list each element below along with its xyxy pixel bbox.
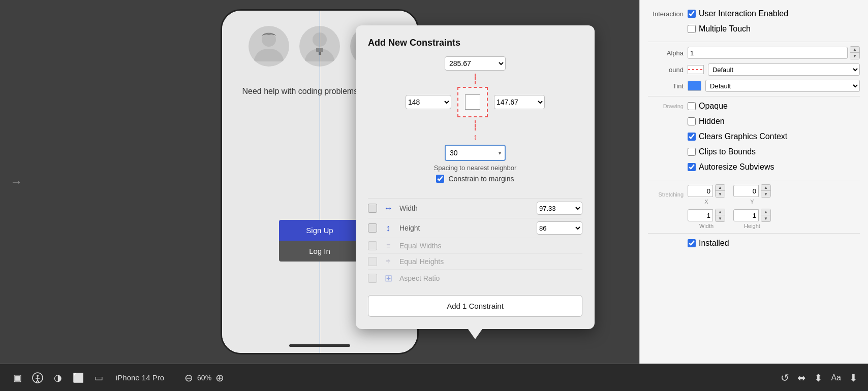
autoresize-checkbox[interactable] [688, 163, 696, 171]
constraints-popup: Add New Constraints 285.67 148 [356, 25, 595, 329]
user-interaction-checkbox[interactable] [688, 10, 696, 18]
constrain-margins-checkbox[interactable] [436, 175, 444, 183]
aspect-ratio-label: Aspect Ratio [399, 274, 582, 282]
align-h-icon[interactable]: ⬌ [797, 372, 806, 384]
multiple-touch-label: Multiple Touch [699, 24, 751, 34]
panel-toggle-icon[interactable]: ▣ [10, 371, 24, 385]
tint-swatch [688, 81, 701, 91]
alpha-input[interactable] [688, 47, 848, 59]
right-panel: Interaction User Interaction Enabled Mul… [639, 0, 868, 364]
opaque-label: Opaque [699, 102, 728, 111]
background-select[interactable]: Default [708, 63, 860, 76]
bottom-spacing-dropdown[interactable]: ▾ [493, 145, 506, 161]
hidden-row: Hidden [648, 114, 860, 129]
top-spacing-select[interactable]: 285.67 [445, 56, 506, 71]
alpha-decrement[interactable]: ▼ [850, 53, 859, 59]
down-arrow-icon: ↕ [473, 133, 477, 142]
stretch-wh-row: ▲ ▼ Width ▲ ▼ Height [648, 207, 860, 231]
width-value-select[interactable]: 97.33 [537, 202, 582, 215]
accessibility-icon[interactable] [30, 371, 45, 385]
contrast-icon[interactable]: ◑ [51, 371, 65, 385]
alpha-row: Alpha ▲ ▼ [648, 44, 860, 61]
clears-graphics-checkbox[interactable] [688, 133, 696, 141]
stretch-x-dec[interactable]: ▼ [716, 191, 725, 197]
stretch-w-dec[interactable]: ▼ [716, 215, 725, 221]
stretch-y-dec[interactable]: ▼ [761, 191, 770, 197]
stretch-x-inc[interactable]: ▲ [716, 185, 725, 191]
stretch-h-label: Height [733, 223, 771, 229]
hidden-checkbox[interactable] [688, 117, 696, 125]
refresh-icon[interactable]: ↺ [781, 372, 789, 384]
background-label-short: ound [648, 66, 684, 74]
divider-2 [648, 96, 860, 96]
user-interaction-label: User Interaction Enabled [699, 9, 788, 18]
popup-title: Add New Constraints [368, 38, 582, 48]
center-inner [465, 94, 480, 110]
aspect-ratio-row: ⊞ Aspect Ratio [368, 269, 582, 287]
stretch-h-input[interactable] [733, 209, 759, 221]
svg-point-6 [37, 375, 39, 377]
equal-heights-row: ⫩ Equal Heights [368, 253, 582, 269]
installed-checkbox[interactable] [688, 239, 696, 247]
right-spacing-select[interactable]: 147.67 [494, 95, 545, 109]
background-swatch [688, 65, 704, 74]
height-value-select[interactable]: 86 [537, 221, 582, 235]
align-v-icon[interactable]: ⬍ [814, 372, 823, 384]
zoom-in-button[interactable]: ⊕ [215, 372, 224, 384]
hidden-label: Hidden [699, 117, 725, 126]
aspect-ratio-checkbox[interactable] [368, 274, 377, 283]
stretch-y-input[interactable] [733, 185, 759, 197]
height-icon: ↕ [382, 223, 394, 234]
alpha-label: Alpha [648, 49, 684, 57]
layout-icon[interactable]: ⬜ [71, 371, 85, 385]
bottom-right-icons: ↺ ⬌ ⬍ Aa ⬇ [781, 372, 858, 384]
background-row: ound Default [648, 61, 860, 78]
login-button[interactable]: Log In [279, 241, 360, 262]
download-icon[interactable]: ⬇ [849, 372, 858, 384]
drawing-label: Drawing [648, 103, 684, 109]
canvas-area: → [0, 0, 639, 364]
stretch-y-inc[interactable]: ▲ [761, 185, 770, 191]
drawing-section: Drawing Opaque Hidden Clears Graphics Co… [648, 99, 860, 175]
width-row: ↔ Width 97.33 [368, 198, 582, 218]
autoresize-row: Autoresize Subviews [648, 159, 860, 175]
user-interaction-row: Interaction User Interaction Enabled [648, 6, 860, 21]
opaque-checkbox[interactable] [688, 102, 696, 110]
clips-bounds-checkbox[interactable] [688, 148, 696, 156]
stretch-h-dec[interactable]: ▼ [761, 215, 770, 221]
signup-button[interactable]: Sign Up [279, 220, 360, 241]
zoom-control: ⊖ 60% ⊕ [184, 372, 224, 384]
tint-select[interactable]: Default [705, 80, 860, 92]
stretch-w-label: Width [688, 223, 725, 229]
installed-label: Installed [699, 239, 729, 248]
installed-row: Installed [648, 236, 860, 251]
height-checkbox[interactable] [368, 223, 377, 233]
stretch-w-input[interactable] [688, 209, 713, 221]
multiple-touch-checkbox[interactable] [688, 25, 696, 33]
stretch-x-input[interactable] [688, 185, 713, 197]
equal-heights-label: Equal Heights [399, 257, 582, 266]
constrain-margins-row: Constrain to margins [436, 175, 514, 183]
equal-heights-checkbox[interactable] [368, 257, 377, 266]
equal-widths-row: ≡ Equal Widths [368, 238, 582, 253]
clips-bounds-row: Clips to Bounds [648, 144, 860, 159]
add-constraint-button[interactable]: Add 1 Constraint [368, 295, 582, 317]
zoom-level: 60% [197, 374, 211, 382]
text-size-icon[interactable]: Aa [831, 373, 841, 382]
left-spacing-select[interactable]: 148 [406, 95, 451, 109]
clears-graphics-row: Clears Graphics Context [648, 129, 860, 144]
divider-3 [648, 180, 860, 180]
top-dashed-line [475, 74, 476, 84]
bottom-spacing: 30 ▾ [445, 145, 506, 161]
stretch-w-inc[interactable]: ▲ [716, 209, 725, 215]
stretch-h-inc[interactable]: ▲ [761, 209, 770, 215]
autoresize-label: Autoresize Subviews [699, 162, 774, 172]
bottom-toolbar: ▣ ◑ ⬜ ▭ iPhone 14 Pro ⊖ 60% ⊕ ↺ ⬌ ⬍ Aa ⬇ [0, 364, 868, 391]
width-checkbox[interactable] [368, 204, 377, 213]
alpha-increment[interactable]: ▲ [850, 47, 859, 53]
equal-widths-checkbox[interactable] [368, 241, 377, 250]
device-icon[interactable]: ▭ [91, 371, 106, 385]
svg-line-10 [38, 380, 39, 382]
zoom-out-button[interactable]: ⊖ [184, 372, 193, 384]
stretch-x-label: X [688, 199, 725, 205]
